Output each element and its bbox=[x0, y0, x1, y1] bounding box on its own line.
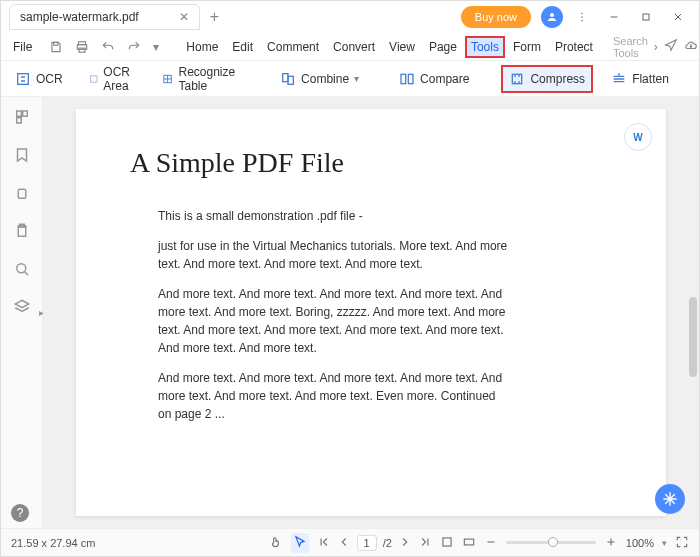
undo-icon[interactable] bbox=[98, 40, 118, 54]
ocr-area-icon bbox=[89, 71, 99, 87]
page-current-input[interactable]: 1 bbox=[357, 535, 377, 551]
minimize-button[interactable] bbox=[601, 4, 627, 30]
hand-tool-icon[interactable] bbox=[269, 535, 283, 551]
menu-edit[interactable]: Edit bbox=[228, 38, 257, 56]
compress-icon bbox=[509, 71, 525, 87]
user-icon bbox=[546, 11, 558, 23]
last-page-icon[interactable] bbox=[418, 535, 432, 551]
svg-point-1 bbox=[581, 13, 583, 15]
chevron-down-icon: ▾ bbox=[354, 73, 359, 84]
compare-tool[interactable]: Compare bbox=[393, 67, 475, 91]
select-tool-icon[interactable] bbox=[291, 533, 309, 553]
svg-rect-18 bbox=[288, 76, 293, 84]
document-paragraph: And more text. And more text. And more t… bbox=[130, 369, 510, 423]
svg-rect-32 bbox=[464, 539, 473, 545]
svg-rect-26 bbox=[16, 118, 21, 123]
compress-tool[interactable]: Compress bbox=[503, 67, 591, 91]
svg-rect-24 bbox=[16, 111, 21, 116]
menu-convert[interactable]: Convert bbox=[329, 38, 379, 56]
zoom-out-icon[interactable] bbox=[484, 535, 498, 551]
title-bar: sample-watermark.pdf ✕ + Buy now bbox=[1, 1, 699, 33]
menu-protect[interactable]: Protect bbox=[551, 38, 597, 56]
zoom-in-icon[interactable] bbox=[604, 535, 618, 551]
svg-point-0 bbox=[550, 13, 554, 17]
new-tab-button[interactable]: + bbox=[210, 8, 219, 26]
first-page-icon[interactable] bbox=[317, 535, 331, 551]
tab-title: sample-watermark.pdf bbox=[20, 10, 139, 24]
file-menu[interactable]: File bbox=[9, 38, 36, 56]
menu-tools[interactable]: Tools bbox=[467, 38, 503, 56]
document-paragraph: And more text. And more text. And more t… bbox=[130, 285, 510, 357]
send-icon[interactable] bbox=[664, 38, 678, 55]
combine-tool[interactable]: Combine ▾ bbox=[274, 67, 365, 91]
fit-page-icon[interactable] bbox=[440, 535, 454, 551]
svg-rect-17 bbox=[283, 73, 288, 81]
document-title: A Simple PDF File bbox=[130, 147, 612, 179]
ocr-area-tool[interactable]: OCR Area bbox=[83, 61, 143, 97]
next-page-icon[interactable] bbox=[398, 535, 412, 551]
compare-icon bbox=[399, 71, 415, 87]
zoom-slider-knob[interactable] bbox=[548, 537, 558, 547]
search-tools[interactable]: Search Tools bbox=[609, 35, 648, 59]
redo-icon[interactable] bbox=[124, 40, 144, 54]
page-dimensions: 21.59 x 27.94 cm bbox=[11, 537, 95, 549]
user-avatar[interactable] bbox=[541, 6, 563, 28]
flatten-tool[interactable]: Flatten bbox=[605, 67, 675, 91]
maximize-button[interactable] bbox=[633, 4, 659, 30]
attachments-panel-icon[interactable] bbox=[12, 183, 32, 203]
kebab-menu[interactable] bbox=[569, 4, 595, 30]
menu-form[interactable]: Form bbox=[509, 38, 545, 56]
close-tab-icon[interactable]: ✕ bbox=[179, 10, 189, 24]
clipboard-panel-icon[interactable] bbox=[12, 221, 32, 241]
fit-width-icon[interactable] bbox=[462, 535, 476, 551]
menu-comment[interactable]: Comment bbox=[263, 38, 323, 56]
table-icon bbox=[162, 71, 173, 87]
document-paragraph: just for use in the Virtual Mechanics tu… bbox=[130, 237, 510, 273]
menu-bar: File ▾ Home Edit Comment Convert View Pa… bbox=[1, 33, 699, 61]
cloud-icon[interactable] bbox=[684, 38, 698, 55]
status-bar: 21.59 x 27.94 cm 1 /2 100% ▾ bbox=[1, 528, 699, 556]
combine-icon bbox=[280, 71, 296, 87]
svg-point-3 bbox=[581, 20, 583, 22]
document-tab[interactable]: sample-watermark.pdf ✕ bbox=[9, 4, 200, 30]
ocr-icon bbox=[15, 71, 31, 87]
fullscreen-icon[interactable] bbox=[675, 535, 689, 551]
svg-line-30 bbox=[24, 271, 28, 275]
thumbnails-panel-icon[interactable] bbox=[12, 107, 32, 127]
dropdown-icon[interactable]: ▾ bbox=[150, 40, 162, 54]
snowflake-icon bbox=[662, 491, 678, 507]
prev-page-icon[interactable] bbox=[337, 535, 351, 551]
ocr-tool[interactable]: OCR bbox=[9, 67, 69, 91]
word-export-badge[interactable]: W bbox=[624, 123, 652, 151]
close-window-button[interactable] bbox=[665, 4, 691, 30]
document-viewport[interactable]: W A Simple PDF File This is a small demo… bbox=[43, 97, 699, 528]
svg-point-2 bbox=[581, 16, 583, 18]
main-area: ▸ W A Simple PDF File This is a small de… bbox=[1, 97, 699, 528]
svg-rect-31 bbox=[443, 537, 451, 545]
zoom-slider[interactable] bbox=[506, 541, 596, 544]
document-paragraph: This is a small demonstration .pdf file … bbox=[130, 207, 510, 225]
svg-rect-20 bbox=[408, 74, 413, 83]
svg-rect-19 bbox=[401, 74, 406, 83]
recognize-table-tool[interactable]: Recognize Table bbox=[156, 61, 246, 97]
menu-home[interactable]: Home bbox=[182, 38, 222, 56]
buy-now-button[interactable]: Buy now bbox=[461, 6, 531, 28]
save-icon[interactable] bbox=[46, 40, 66, 54]
svg-rect-13 bbox=[90, 75, 96, 81]
svg-rect-25 bbox=[22, 111, 27, 116]
help-button[interactable]: ? bbox=[11, 504, 29, 522]
tools-toolbar: OCR OCR Area Recognize Table Combine ▾ C… bbox=[1, 61, 699, 97]
assistant-fab[interactable] bbox=[655, 484, 685, 514]
menu-page[interactable]: Page bbox=[425, 38, 461, 56]
menu-view[interactable]: View bbox=[385, 38, 419, 56]
flatten-icon bbox=[611, 71, 627, 87]
layers-panel-icon[interactable] bbox=[12, 297, 32, 317]
print-icon[interactable] bbox=[72, 40, 92, 54]
search-panel-icon[interactable] bbox=[12, 259, 32, 279]
vertical-scrollbar[interactable] bbox=[689, 297, 697, 377]
zoom-value[interactable]: 100% bbox=[626, 537, 654, 549]
page-navigation: 1 /2 bbox=[317, 535, 432, 551]
bookmarks-panel-icon[interactable] bbox=[12, 145, 32, 165]
svg-rect-8 bbox=[54, 42, 58, 45]
page-total: /2 bbox=[383, 537, 392, 549]
